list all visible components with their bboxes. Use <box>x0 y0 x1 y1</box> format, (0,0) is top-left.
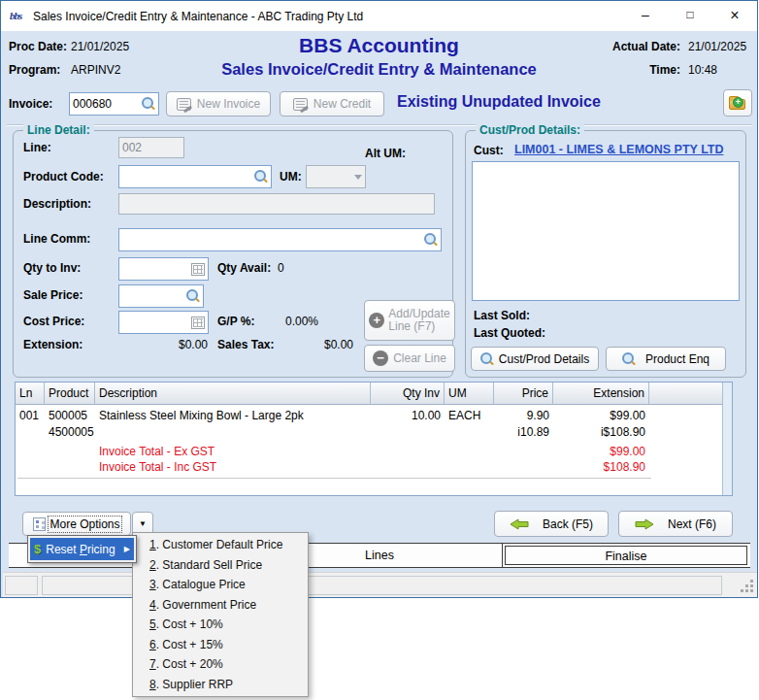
gp-label: G/P %: <box>217 315 254 328</box>
product-enq-label: Product Enq <box>645 352 710 366</box>
resize-grip[interactable] <box>742 581 753 592</box>
add-update-line-button[interactable]: + Add/Update Line (F7) <box>364 300 455 341</box>
invoice-status-text: Existing Unupdated Invoice <box>397 93 601 111</box>
menu-item-reset-pricing[interactable]: $ Reset Pricing ▶ <box>30 538 134 560</box>
options-form-icon <box>33 517 46 531</box>
new-invoice-label: New Invoice <box>197 97 260 111</box>
new-credit-button[interactable]: New Credit <box>280 91 384 117</box>
menu-item-supplier-rrp[interactable]: 8. Supplier RRP <box>133 675 308 695</box>
new-document-icon <box>177 98 191 111</box>
search-icon[interactable] <box>142 97 155 111</box>
open-invoice-list-button[interactable]: + <box>723 89 752 117</box>
qty-avail-value: 0 <box>278 261 284 275</box>
cell-product: 4500005 <box>45 423 103 441</box>
actual-date-label: Actual Date: <box>603 40 680 53</box>
back-button[interactable]: Back (F5) <box>494 511 609 537</box>
col-extension: Extension <box>553 383 649 405</box>
invoice-number-input[interactable] <box>73 97 142 111</box>
cust-prod-group: Cust/Prod Details: Cust: LIM001 - LIMES … <box>465 130 746 378</box>
reset-pricing-submenu: 1. Customer Default Price 2. Standard Se… <box>132 532 309 697</box>
cell-price: 9.90 <box>494 407 553 424</box>
clear-line-label: Clear Line <box>393 351 446 365</box>
reset-pricing-label: Reset Pricing <box>46 543 115 556</box>
minimize-button[interactable]: – <box>623 1 668 31</box>
cell-um: EACH <box>445 407 494 424</box>
close-button[interactable]: × <box>712 1 757 31</box>
sale-price-input[interactable] <box>122 289 186 303</box>
col-ln: Ln <box>16 383 45 405</box>
menu-item-catalogue-price[interactable]: 3. Catalogue Price <box>133 575 308 595</box>
clear-line-button[interactable]: − Clear Line <box>364 345 455 372</box>
status-bar <box>3 572 757 597</box>
arrow-right-icon <box>635 518 654 530</box>
more-options-label: More Options <box>50 517 119 531</box>
search-icon <box>480 352 494 366</box>
chevron-down-icon <box>354 175 362 180</box>
menu-item-standard-sell-price[interactable]: 2. Standard Sell Price <box>133 555 308 576</box>
product-code-field[interactable] <box>118 165 272 188</box>
total-label: Invoice Total - Inc GST <box>95 458 371 476</box>
tab-finalise[interactable]: Finalise <box>505 546 747 565</box>
description-field[interactable] <box>118 193 435 215</box>
qty-to-inv-label: Qty to Inv: <box>23 261 81 275</box>
product-code-input[interactable] <box>122 170 254 183</box>
um-label: UM: <box>280 170 302 183</box>
calculator-icon[interactable] <box>191 317 205 329</box>
sales-tax-value: $0.00 <box>295 338 353 351</box>
minus-circle-icon: − <box>373 350 388 366</box>
menu-item-cost-plus-15[interactable]: 6. Cost + 15% <box>133 635 308 655</box>
more-options-menu: $ Reset Pricing ▶ <box>27 535 137 563</box>
menu-item-cost-plus-10[interactable]: 5. Cost + 10% <box>133 615 308 635</box>
line-label: Line: <box>23 141 51 154</box>
menu-item-cost-plus-20[interactable]: 7. Cost + 20% <box>133 654 308 675</box>
next-button[interactable]: Next (F6) <box>618 511 733 537</box>
cell-price: i10.89 <box>494 423 553 441</box>
add-update-label-1: Add/Update <box>388 307 449 320</box>
menu-item-customer-default-price[interactable]: 1. Customer Default Price <box>133 535 308 555</box>
cost-price-field[interactable] <box>118 311 209 334</box>
qty-to-inv-field[interactable] <box>118 257 209 281</box>
maximize-button[interactable]: □ <box>668 1 712 31</box>
folder-add-icon: + <box>729 99 745 110</box>
table-scrollbar[interactable] <box>722 383 732 495</box>
back-label: Back (F5) <box>543 517 593 531</box>
dropdown-arrow-icon: ▼ <box>139 519 147 528</box>
time-label: Time: <box>603 63 680 77</box>
col-filler <box>649 383 723 405</box>
invoice-number-field[interactable] <box>69 92 159 116</box>
new-invoice-button[interactable]: New Invoice <box>166 91 271 117</box>
col-qty-inv: Qty Inv <box>371 383 445 405</box>
sale-price-field[interactable] <box>118 284 204 308</box>
um-select[interactable] <box>306 165 366 188</box>
line-comm-field[interactable] <box>118 228 442 251</box>
menu-item-government-price[interactable]: 4. Government Price <box>133 595 308 616</box>
new-credit-label: New Credit <box>314 97 371 111</box>
cell-extension: $99.00 <box>553 407 649 424</box>
calculator-icon[interactable] <box>191 263 205 276</box>
search-icon[interactable] <box>254 170 268 183</box>
more-options-button[interactable]: More Options <box>22 512 131 536</box>
col-um: UM <box>445 383 494 405</box>
app-window: bbs Sales Invoice/Credit Entry & Mainten… <box>0 0 758 598</box>
search-icon[interactable] <box>424 233 438 247</box>
last-quoted-label: Last Quoted: <box>474 326 545 340</box>
actual-date-value: 21/01/2025 <box>688 40 746 53</box>
next-label: Next (F6) <box>668 517 716 531</box>
cust-prod-details-button[interactable]: Cust/Prod Details <box>471 347 599 371</box>
line-number-field[interactable] <box>118 137 184 158</box>
qty-avail-label: Qty Avail: <box>217 261 271 275</box>
line-comm-input[interactable] <box>122 233 424 247</box>
description-input[interactable] <box>122 197 431 211</box>
line-number-input[interactable] <box>122 141 181 154</box>
window-controls: – □ × <box>623 1 757 31</box>
cost-price-input[interactable] <box>122 316 191 329</box>
description-label: Description: <box>23 197 91 211</box>
title-bar: bbs Sales Invoice/Credit Entry & Mainten… <box>1 1 757 31</box>
qty-to-inv-input[interactable] <box>122 262 191 276</box>
product-enq-button[interactable]: Product Enq <box>606 347 726 371</box>
dollar-icon: $ <box>34 542 41 556</box>
cust-prod-info-box <box>472 161 740 301</box>
product-code-label: Product Code: <box>23 170 104 183</box>
search-icon[interactable] <box>186 289 200 303</box>
customer-link[interactable]: LIM001 - LIMES & LEMONS PTY LTD <box>514 143 724 156</box>
